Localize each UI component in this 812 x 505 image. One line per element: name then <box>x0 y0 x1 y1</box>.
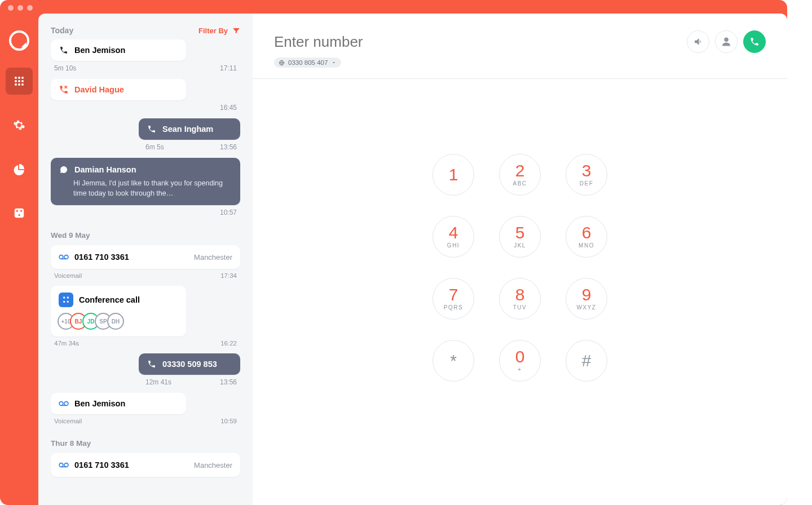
phone-incoming-icon <box>59 45 69 55</box>
log-entry[interactable]: Damian HansonHi Jemma, I'd just like to … <box>51 158 240 222</box>
log-entry[interactable]: 03330 509 85312m 41s13:56 <box>51 353 240 392</box>
contact-name: Conference call <box>79 295 140 304</box>
contact-name: 0161 710 3361 <box>74 252 129 262</box>
chat-icon <box>59 165 69 175</box>
key-digit: # <box>582 352 592 369</box>
key-#[interactable]: # <box>566 340 607 382</box>
svg-point-21 <box>64 402 68 406</box>
contact-name: Ben Jemison <box>74 399 125 408</box>
caller-id-number: 0330 805 407 <box>288 59 328 66</box>
svg-point-0 <box>15 77 17 79</box>
globe-icon <box>279 60 285 66</box>
key-9[interactable]: 9WXYZ <box>566 278 607 320</box>
log-entry[interactable]: Ben JemisonVoicemail10:59 <box>51 393 240 430</box>
pie-chart-icon <box>13 163 25 175</box>
key-digit: 6 <box>582 224 592 241</box>
contact-name: Sean Ingham <box>162 125 213 134</box>
traffic-light[interactable] <box>27 5 33 11</box>
call-log-panel: TodayFilter ByBen Jemison5m 10s17:11Davi… <box>38 14 253 505</box>
contact-name: David Hague <box>74 85 124 94</box>
svg-point-18 <box>63 301 65 303</box>
gear-icon <box>13 119 25 131</box>
traffic-light[interactable] <box>17 5 23 11</box>
svg-point-13 <box>59 255 63 259</box>
log-entry[interactable]: David Hague16:45 <box>51 79 240 117</box>
nav-analytics[interactable] <box>6 156 33 183</box>
svg-point-6 <box>15 83 17 86</box>
caller-id-pill[interactable]: 0330 805 407 <box>274 57 341 68</box>
log-entry[interactable]: Sean Ingham6m 5s13:56 <box>51 118 240 157</box>
call-duration: 47m 34s <box>54 340 79 347</box>
call-time: 17:11 <box>220 64 237 72</box>
phone-outgoing-icon <box>147 124 157 134</box>
chevron-down-icon <box>331 60 337 65</box>
key-5[interactable]: 5JKL <box>499 216 541 258</box>
voicemail-icon <box>59 460 69 470</box>
svg-point-14 <box>64 255 68 259</box>
app-window: TodayFilter ByBen Jemison5m 10s17:11Davi… <box>0 0 787 505</box>
svg-point-5 <box>21 80 24 82</box>
key-2[interactable]: 2ABC <box>499 154 541 196</box>
key-3[interactable]: 3DEF <box>566 154 607 196</box>
log-entry[interactable]: Conference call+10BJJDSPDH47m 34s16:22 <box>51 286 240 352</box>
log-entry[interactable]: 0161 710 3361Manchester <box>51 453 240 477</box>
keypad: 12ABC3DEF4GHI5JKL6MNO7PQRS8TUV9WXYZ*0+# <box>428 154 612 391</box>
key-1[interactable]: 1 <box>433 154 474 196</box>
key-digit: 4 <box>449 224 458 241</box>
key-letters: ABC <box>513 180 527 187</box>
key-letters: WXYZ <box>577 304 597 311</box>
call-duration: 5m 10s <box>54 64 76 72</box>
key-letters: DEF <box>580 180 594 187</box>
log-entry[interactable]: Ben Jemison5m 10s17:11 <box>51 39 240 78</box>
key-digit: * <box>450 352 457 369</box>
avatar: DH <box>107 313 124 330</box>
entry-label: Voicemail <box>54 272 82 279</box>
call-time: 17:34 <box>220 272 237 279</box>
key-8[interactable]: 8TUV <box>499 278 541 320</box>
number-input[interactable] <box>274 31 681 53</box>
contact-name: Damian Hanson <box>74 165 136 174</box>
filter-icon <box>232 26 240 34</box>
entry-label: Voicemail <box>54 418 82 424</box>
key-0[interactable]: 0+ <box>499 340 541 382</box>
section-title: Wed 9 May <box>51 223 240 245</box>
call-duration: 6m 5s <box>145 143 164 151</box>
mute-button[interactable] <box>687 30 709 53</box>
log-entry[interactable]: 0161 710 3361ManchesterVoicemail17:34 <box>51 245 240 285</box>
svg-point-24 <box>64 463 68 467</box>
key-6[interactable]: 6MNO <box>566 216 607 258</box>
section-title: Thur 8 May <box>51 431 240 453</box>
nav-settings[interactable] <box>6 112 33 139</box>
nav-random[interactable] <box>6 200 33 227</box>
call-location: Manchester <box>194 461 232 469</box>
message-preview: Hi Jemma, I'd just like to thank you for… <box>59 178 232 198</box>
app-logo <box>9 30 29 51</box>
call-button[interactable] <box>743 30 766 53</box>
key-digit: 9 <box>582 286 592 303</box>
svg-point-11 <box>20 210 22 212</box>
call-time: 16:45 <box>220 104 237 112</box>
svg-point-10 <box>16 210 18 212</box>
call-time: 10:59 <box>220 418 237 424</box>
call-duration: 12m 41s <box>145 378 171 386</box>
phone-outgoing-icon <box>147 359 157 369</box>
key-4[interactable]: 4GHI <box>433 216 474 258</box>
key-digit: 2 <box>515 162 525 179</box>
voicemail-icon <box>59 398 69 409</box>
svg-point-8 <box>21 83 24 86</box>
contacts-button[interactable] <box>715 30 738 53</box>
svg-point-3 <box>15 80 17 82</box>
traffic-light[interactable] <box>8 5 14 11</box>
key-digit: 0 <box>515 348 525 365</box>
dialer-panel: 0330 805 407 12ABC3DEF4GHI5JKL6MNO7PQRS8… <box>253 14 787 505</box>
message-time: 10:57 <box>220 209 237 216</box>
filter-button[interactable]: Filter By <box>198 26 240 35</box>
svg-point-1 <box>18 77 20 79</box>
svg-rect-9 <box>15 209 24 218</box>
key-7[interactable]: 7PQRS <box>433 278 474 320</box>
key-*[interactable]: * <box>433 340 474 382</box>
nav-dialpad[interactable] <box>6 68 33 95</box>
svg-point-12 <box>18 214 20 216</box>
phone-missed-icon <box>59 85 69 95</box>
svg-point-23 <box>59 463 63 467</box>
